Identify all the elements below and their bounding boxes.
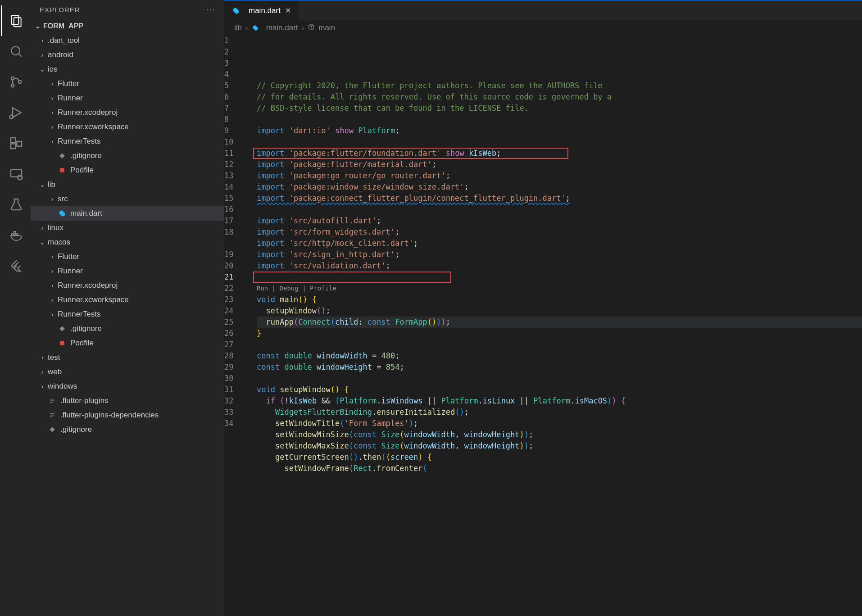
chevron-right-icon: ›: [49, 138, 56, 145]
code-line[interactable]: void main() {: [257, 294, 862, 305]
tree-item-linux[interactable]: ›linux: [31, 221, 224, 235]
line-number: 19: [224, 249, 244, 260]
code-line[interactable]: void setupWindow() {: [257, 384, 862, 395]
code-line[interactable]: [257, 136, 862, 148]
activity-scm-icon[interactable]: [1, 67, 32, 97]
breadcrumb-folder[interactable]: lib: [234, 23, 242, 32]
project-header[interactable]: ⌄ FORM_APP: [31, 19, 224, 33]
code-line[interactable]: const double windowHeight = 854;: [257, 362, 862, 373]
breadcrumbs[interactable]: lib › main.dart › main: [224, 21, 862, 35]
breadcrumb-symbol[interactable]: main: [318, 23, 335, 32]
tree-item-runnertests[interactable]: ›RunnerTests: [31, 307, 224, 322]
activity-remote-icon[interactable]: [1, 159, 32, 189]
tree-item--dart-tool[interactable]: ›.dart_tool: [31, 33, 224, 48]
symbol-icon: [308, 23, 315, 33]
code-line[interactable]: import 'package:window_size/window_size.…: [257, 181, 862, 193]
code-line[interactable]: [257, 373, 862, 384]
code-line[interactable]: WidgetsFlutterBinding.ensureInitialized(…: [257, 407, 862, 418]
chevron-right-icon: ›: [49, 123, 56, 131]
explorer-more-icon[interactable]: ⋯: [206, 4, 215, 15]
svg-rect-10: [11, 144, 16, 149]
tree-item-runner-xcworkspace[interactable]: ›Runner.xcworkspace: [31, 293, 224, 307]
code-line[interactable]: setWindowMinSize(const Size(windowWidth,…: [257, 429, 862, 440]
tree-item-runner[interactable]: ›Runner: [31, 264, 224, 278]
code-line[interactable]: [257, 114, 862, 125]
code-line[interactable]: setWindowMaxSize(const Size(windowWidth,…: [257, 440, 862, 452]
code-line[interactable]: setWindowFrame(Rect.fromCenter(: [257, 463, 862, 474]
code-line[interactable]: // for details. All rights reserved. Use…: [257, 91, 862, 103]
code-line[interactable]: // Copyright 2020, the Flutter project a…: [257, 80, 862, 91]
tree-item-label: test: [48, 353, 60, 362]
code-line[interactable]: runApp(Connect(child: const FormApp()));: [257, 317, 862, 328]
tree-item--flutter-plugins-dependencies[interactable]: .flutter-plugins-dependencies: [31, 408, 224, 422]
tree-item-flutter[interactable]: ›Flutter: [31, 77, 224, 91]
line-number: 4: [224, 69, 244, 80]
line-number: 9: [224, 125, 244, 136]
chevron-right-icon: ›: [49, 80, 56, 87]
code-line[interactable]: [257, 204, 862, 215]
tree-item-runner-xcworkspace[interactable]: ›Runner.xcworkspace: [31, 120, 224, 134]
code-line[interactable]: [257, 272, 862, 283]
activity-search-icon[interactable]: [1, 36, 32, 67]
tree-item-runnertests[interactable]: ›RunnerTests: [31, 134, 224, 149]
tree-item-runner-xcodeproj[interactable]: ›Runner.xcodeproj: [31, 105, 224, 120]
code-editor[interactable]: 1234567891011121314151617181920212223242…: [224, 35, 862, 616]
code-line[interactable]: import 'src/http/mock_client.dart';: [257, 238, 862, 249]
activity-extensions-icon[interactable]: [1, 128, 32, 159]
tab-main-dart[interactable]: main.dart ✕: [224, 0, 299, 21]
code-line[interactable]: if (!kIsWeb && (Platform.isWindows || Pl…: [257, 395, 862, 407]
code-line[interactable]: import 'dart:io' show Platform;: [257, 125, 862, 136]
code-line[interactable]: import 'package:go_router/go_router.dart…: [257, 170, 862, 181]
code-line[interactable]: import 'package:flutter/material.dart';: [257, 159, 862, 170]
code-line[interactable]: import 'src/sign_in_http.dart';: [257, 249, 862, 260]
code-line[interactable]: import 'src/validation.dart';: [257, 260, 862, 272]
code-line[interactable]: import 'src/form_widgets.dart';: [257, 226, 862, 238]
tree-item-runner[interactable]: ›Runner: [31, 91, 224, 105]
code-line[interactable]: const double windowWidth = 480;: [257, 350, 862, 362]
codelens[interactable]: Run | Debug | Profile: [257, 283, 862, 294]
code-line[interactable]: getCurrentScreen().then((screen) {: [257, 452, 862, 463]
tree-item-flutter[interactable]: ›Flutter: [31, 249, 224, 264]
tree-item-runner-xcodeproj[interactable]: ›Runner.xcodeproj: [31, 278, 224, 293]
line-number: 18: [224, 226, 244, 238]
code-line[interactable]: setupWindow();: [257, 305, 862, 317]
tree-item-label: Flutter: [58, 252, 79, 261]
svg-rect-17: [14, 231, 15, 233]
tree-item-test[interactable]: ›test: [31, 350, 224, 365]
activity-flutter-icon[interactable]: [1, 250, 32, 281]
line-number: 14: [224, 181, 244, 193]
code-content[interactable]: // Copyright 2020, the Flutter project a…: [253, 35, 862, 616]
tree-item--gitignore[interactable]: .gitignore: [31, 149, 224, 163]
code-line[interactable]: import 'package:connect_flutter_plugin/c…: [257, 193, 862, 204]
activity-explorer-icon[interactable]: [1, 5, 32, 36]
tree-item-windows[interactable]: ›windows: [31, 379, 224, 394]
code-line[interactable]: import 'src/autofill.dart';: [257, 215, 862, 226]
breadcrumb-file[interactable]: main.dart: [266, 23, 298, 32]
close-icon[interactable]: ✕: [285, 6, 291, 15]
tree-item-podfile[interactable]: Podfile: [31, 336, 224, 350]
tree-item-web[interactable]: ›web: [31, 365, 224, 379]
activity-testing-icon[interactable]: [1, 189, 32, 220]
activity-debug-icon[interactable]: [1, 97, 32, 128]
svg-rect-19: [60, 341, 64, 345]
tree-item--flutter-plugins[interactable]: .flutter-plugins: [31, 394, 224, 408]
tree-item--gitignore[interactable]: .gitignore: [31, 322, 224, 336]
tree-item-label: ios: [48, 65, 58, 74]
chevron-right-icon: ›: [39, 37, 46, 44]
tree-item-podfile[interactable]: Podfile: [31, 163, 224, 177]
line-number: 34: [224, 418, 244, 429]
code-line[interactable]: }: [257, 328, 862, 339]
tree-item--gitignore[interactable]: .gitignore: [31, 422, 224, 437]
tree-item-macos[interactable]: ⌄macos: [31, 235, 224, 249]
tree-item-label: android: [48, 50, 73, 59]
code-line[interactable]: [257, 339, 862, 350]
code-line[interactable]: // BSD-style license that can be found i…: [257, 103, 862, 114]
tree-item-lib[interactable]: ⌄lib: [31, 177, 224, 192]
activity-docker-icon[interactable]: [1, 220, 32, 250]
tree-item-src[interactable]: ›src: [31, 192, 224, 206]
tree-item-android[interactable]: ›android: [31, 48, 224, 62]
code-line[interactable]: setWindowTitle('Form Samples');: [257, 418, 862, 429]
tree-item-main-dart[interactable]: main.dart: [31, 206, 224, 221]
tree-item-ios[interactable]: ⌄ios: [31, 62, 224, 77]
code-line[interactable]: import 'package:flutter/foundation.dart'…: [257, 148, 862, 159]
